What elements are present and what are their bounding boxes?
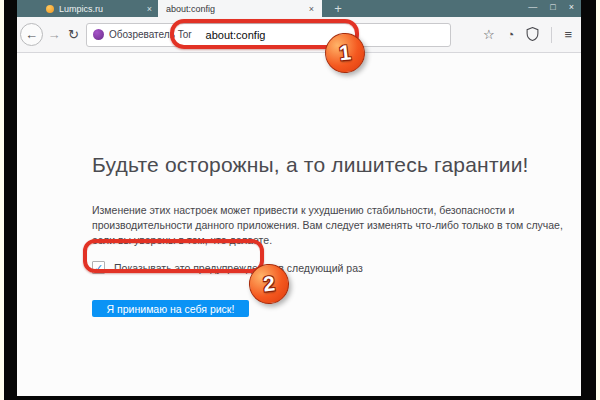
forward-arrow-icon: → — [48, 27, 61, 42]
page-title: Будьте осторожны, а то лишитесь гарантии… — [92, 153, 529, 177]
tab-about-config[interactable]: about:config × — [158, 0, 322, 17]
tor-circuit-icon[interactable]: ◔ — [507, 28, 515, 41]
back-arrow-icon: ← — [25, 28, 38, 41]
security-shield-icon[interactable] — [526, 27, 539, 43]
new-tab-button[interactable]: + — [329, 1, 347, 16]
tab-close-icon[interactable]: × — [141, 4, 152, 14]
tab-bar: Lumpics.ru × about:config × + — □ × — [17, 0, 581, 17]
forward-button[interactable]: → — [46, 28, 62, 41]
page-content: Будьте осторожны, а то лишитесь гарантии… — [17, 53, 581, 396]
browser-window: Lumpics.ru × about:config × + — □ × ← → … — [17, 0, 581, 396]
reload-icon: ↻ — [68, 27, 79, 42]
tab-close-icon[interactable]: × — [303, 4, 314, 14]
tab-lumpics[interactable]: Lumpics.ru × — [40, 0, 158, 17]
minimize-button[interactable]: — — [528, 0, 537, 15]
close-window-button[interactable]: × — [569, 0, 574, 15]
back-button[interactable]: ← — [20, 23, 43, 46]
lumpics-favicon-icon — [46, 5, 54, 13]
menu-hamburger-icon[interactable]: ≡ — [564, 28, 572, 41]
bookmark-star-icon[interactable]: ☆ — [483, 28, 495, 41]
maximize-button[interactable]: □ — [550, 0, 555, 15]
accept-risk-button[interactable]: Я принимаю на себя риск! — [92, 300, 249, 317]
reload-button[interactable]: ↻ — [68, 28, 79, 41]
tab-label: Lumpics.ru — [59, 4, 103, 14]
toolbar-divider — [551, 27, 552, 43]
window-controls: — □ × — [528, 0, 574, 15]
toolbar-icons: ☆ ◔ ≡ — [483, 27, 581, 43]
tor-onion-icon — [93, 29, 104, 40]
highlight-box-accept-button — [83, 239, 264, 273]
tab-label: about:config — [166, 4, 215, 14]
